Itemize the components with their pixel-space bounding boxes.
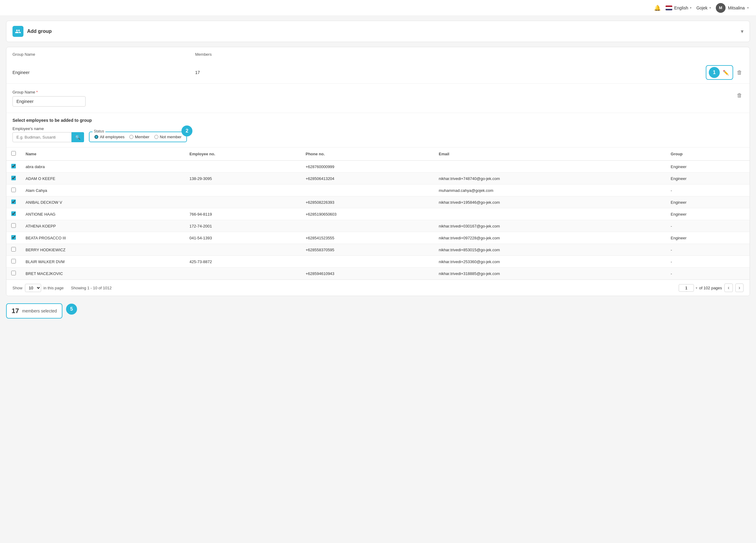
row-checkbox[interactable]	[11, 164, 16, 168]
select-all-checkbox[interactable]	[11, 151, 16, 156]
employee-search-group: Employee's name 🔍	[12, 126, 84, 142]
row-actions: 1 ✏️ 🗑	[706, 65, 744, 80]
row-empno: 425-73-8872	[185, 256, 301, 268]
row-empno	[185, 185, 301, 196]
status-radio-group: Status All employees Member Not member	[89, 132, 187, 142]
row-email: nikhar.trivedi+030167@go-jek.com	[434, 220, 666, 232]
row-name: ATHENA KOEPP	[21, 220, 185, 232]
add-group-icon	[12, 26, 23, 37]
row-group: -	[666, 256, 750, 268]
row-phone: +628594610943	[301, 268, 434, 280]
table-row: BEATA PROSACCO III 041-54-1393 +62854152…	[6, 232, 750, 244]
radio-not-member-label: Not member	[160, 135, 182, 139]
row-group: Engineer	[666, 160, 750, 173]
status-filter-group: Status All employees Member Not member	[89, 132, 187, 142]
members-label: members selected	[22, 309, 57, 313]
row-checkbox[interactable]	[11, 247, 16, 252]
row-phone: +628558370595	[301, 244, 434, 256]
search-button[interactable]: 🔍	[72, 132, 84, 142]
radio-member-label: Member	[135, 135, 149, 139]
row-checkbox-cell	[6, 256, 21, 268]
table-row: ANIBAL DECKOW V +628508226393 nikhar.tri…	[6, 196, 750, 208]
row-checkbox[interactable]	[11, 176, 16, 180]
row-checkbox[interactable]	[11, 211, 16, 216]
user-dropdown-arrow: ▾	[747, 6, 749, 9]
add-group-collapse-arrow[interactable]: ▾	[741, 28, 744, 35]
row-checkbox-cell	[6, 232, 21, 244]
in-page-label: in this page	[44, 286, 64, 290]
row-phone	[301, 220, 434, 232]
row-email: nikhar.trivedi+748740@go-jek.com	[434, 173, 666, 185]
row-empno: 172-74-2001	[185, 220, 301, 232]
flag-icon	[666, 5, 672, 10]
main-content: Add group ▾ Group Name Members Engineer …	[0, 16, 756, 323]
row-checkbox-cell	[6, 160, 21, 173]
row-checkbox-cell	[6, 196, 21, 208]
language-selector[interactable]: English ▾	[666, 5, 691, 10]
row-phone	[301, 185, 434, 196]
user-menu[interactable]: M Mitsalina ▾	[716, 3, 749, 13]
table-row: BRET MACEJKOVIC +628594610943 nikhar.tri…	[6, 268, 750, 280]
row-name: BRET MACEJKOVIC	[21, 268, 185, 280]
row-email	[434, 160, 666, 173]
row-name: BERRY HODKIEWICZ	[21, 244, 185, 256]
notification-icon[interactable]: 🔔	[654, 5, 661, 11]
edit-button[interactable]: ✏️	[722, 69, 730, 77]
row-checkbox[interactable]	[11, 259, 16, 263]
row-group: -	[666, 268, 750, 280]
filter-row: Employee's name 🔍 Status All employees	[12, 126, 744, 142]
radio-not-member[interactable]: Not member	[154, 135, 182, 139]
showing-text: Showing 1 - 10 of 1012	[71, 286, 112, 290]
row-name: abra dabra	[21, 160, 185, 173]
phone-col-header: Phone no.	[301, 147, 434, 160]
group-col-header: Group	[666, 147, 750, 160]
radio-all-input[interactable]	[94, 135, 98, 139]
row-empno	[185, 160, 301, 173]
row-checkbox-cell	[6, 268, 21, 280]
row-phone: +628508226393	[301, 196, 434, 208]
row-group: -	[666, 220, 750, 232]
delete-button[interactable]: 🗑	[736, 68, 744, 77]
brand-dropdown-arrow: ▾	[709, 6, 711, 9]
row-group: Engineer	[666, 173, 750, 185]
group-name-form-label: Group Name *	[12, 90, 86, 94]
row-email: nikhar.trivedi+195846@go-jek.com	[434, 196, 666, 208]
table-row: ANTIONE HAAG 766-94-8119 +6285190650603 …	[6, 208, 750, 220]
row-phone	[301, 256, 434, 268]
row-checkbox[interactable]	[11, 271, 16, 275]
radio-not-member-input[interactable]	[154, 135, 158, 139]
row-checkbox[interactable]	[11, 235, 16, 240]
row-group: -	[666, 185, 750, 196]
select-employees-title: Select employees to be added to group	[12, 118, 744, 123]
group-name-input[interactable]	[12, 96, 86, 107]
row-group: Engineer	[666, 196, 750, 208]
page-dropdown-arrow[interactable]: ▾	[696, 286, 697, 290]
step2-badge: 2	[181, 125, 192, 136]
row-phone: +628760000999	[301, 160, 434, 173]
employee-search-input[interactable]	[12, 132, 72, 142]
brand-selector[interactable]: Gojek ▾	[696, 5, 711, 10]
radio-all-employees[interactable]: All employees	[94, 135, 125, 139]
radio-member[interactable]: Member	[129, 135, 149, 139]
status-label: Status	[93, 129, 105, 133]
radio-member-input[interactable]	[129, 135, 133, 139]
page-number-input[interactable]	[679, 284, 694, 292]
row-checkbox[interactable]	[11, 199, 16, 204]
prev-page-button[interactable]: ‹	[724, 284, 733, 292]
show-select[interactable]: 10 25 50	[25, 284, 41, 292]
radio-all-label: All employees	[100, 135, 125, 139]
row-name: BLAIR WALKER DVM	[21, 256, 185, 268]
row-name: BEATA PROSACCO III	[21, 232, 185, 244]
row-checkbox[interactable]	[11, 223, 16, 228]
employee-name-label: Employee's name	[12, 126, 84, 131]
row-checkbox-cell	[6, 173, 21, 185]
employees-table: Name Employee no. Phone no. Email Group …	[6, 147, 750, 280]
table-body: abra dabra +628760000999 Engineer ADAM O…	[6, 160, 750, 280]
row-email: nikhar.trivedi+853015@go-jek.com	[434, 244, 666, 256]
employees-table-container: Name Employee no. Phone no. Email Group …	[6, 147, 750, 280]
form-delete-button[interactable]: 🗑	[736, 91, 744, 100]
next-page-button[interactable]: ›	[735, 284, 744, 292]
row-checkbox[interactable]	[11, 188, 16, 192]
row-email	[434, 208, 666, 220]
avatar: M	[716, 3, 726, 13]
